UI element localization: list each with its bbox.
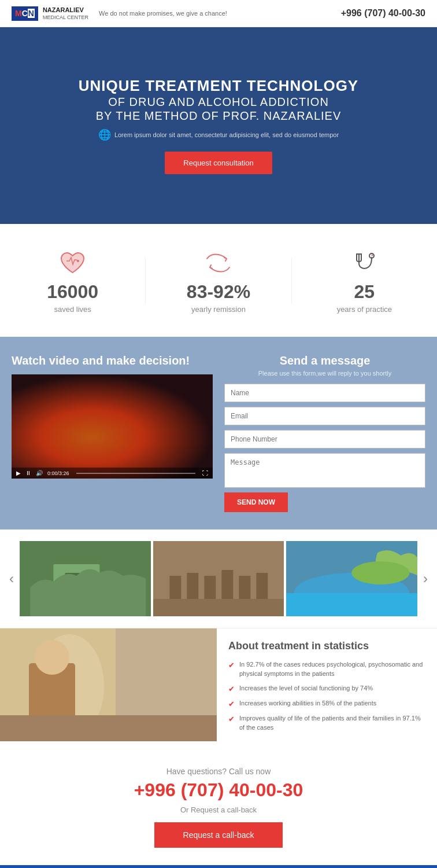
callback-button[interactable]: Request a call-back	[154, 822, 283, 848]
header: MCN NAZARALIEV MEDICAL CENTER We do not …	[0, 0, 437, 27]
svg-point-17	[352, 561, 410, 584]
volume-icon[interactable]: 🔊	[36, 470, 43, 476]
stat-saved-lives: 16000 saved lives	[0, 247, 145, 314]
request-consultation-button[interactable]: Request consultation	[165, 152, 272, 174]
svg-rect-13	[153, 599, 284, 616]
about-stat-text-4: Improves quality of life of the patients…	[239, 714, 425, 732]
about-stat-3: ✔ Increases working abilities in 58% of …	[228, 699, 425, 708]
hero-section: UNIQUE TREATMENT TECHNOLOGY OF DRUG AND …	[0, 27, 437, 224]
about-stat-text-1: In 92.7% of the cases reduces psychologi…	[239, 660, 425, 678]
logo-box: MCN	[12, 6, 38, 21]
stat-practice: 25 years of practice	[292, 247, 437, 314]
hero-title: UNIQUE TREATMENT TECHNOLOGY OF DRUG AND …	[79, 77, 358, 123]
call-prompt: Have questions? Call us now	[12, 767, 425, 776]
header-tagline: We do not make promises, we give a chanc…	[99, 10, 227, 17]
video-side: Watch video and make decision! ▶ ⏸ 🔊 0:0…	[12, 354, 213, 512]
about-stat-text-2: Increases the level of social functionin…	[239, 684, 373, 693]
about-text: About treatment in statistics ✔ In 92.7%…	[217, 628, 437, 749]
arrows-icon	[202, 247, 234, 281]
message-input[interactable]	[224, 453, 425, 488]
heart-icon	[57, 247, 88, 281]
logo-area: MCN NAZARALIEV MEDICAL CENTER We do not …	[12, 6, 227, 21]
stats-section: 16000 saved lives 83-92% yearly remissio…	[0, 224, 437, 337]
check-icon-4: ✔	[228, 715, 235, 723]
video-heading: Watch video and make decision!	[12, 354, 213, 367]
video-controls[interactable]: ▶ ⏸ 🔊 0:00/3:26 ⛶	[12, 468, 213, 479]
email-input[interactable]	[224, 407, 425, 425]
progress-bar[interactable]	[76, 473, 195, 474]
stat-label-practice: years of practice	[337, 305, 392, 314]
phone-input[interactable]	[224, 430, 425, 448]
svg-rect-23	[0, 715, 217, 741]
contact-form: Send a message Please use this form,we w…	[224, 354, 425, 512]
play-icon[interactable]: ▶	[16, 470, 21, 476]
form-heading: Send a message	[224, 354, 425, 367]
video-time: 0:00/3:26	[47, 470, 69, 476]
gallery-image-2[interactable]	[153, 541, 284, 616]
svg-point-2	[371, 255, 373, 256]
about-stat-text-3: Increases working abilities in 58% of th…	[239, 699, 376, 708]
gallery-image-1[interactable]	[20, 541, 151, 616]
header-phone: +996 (707) 40-00-30	[341, 8, 425, 19]
gallery-image-3[interactable]	[286, 541, 417, 616]
logo-name: NAZARALIEV MEDICAL CENTER	[43, 6, 88, 21]
check-icon-3: ✔	[228, 700, 235, 708]
pause-icon[interactable]: ⏸	[25, 470, 31, 476]
stat-remission: 83-92% yearly remission	[146, 247, 291, 314]
gallery-section: ‹	[0, 529, 437, 628]
check-icon-2: ✔	[228, 685, 235, 693]
about-image	[0, 628, 217, 741]
svg-rect-16	[286, 593, 417, 616]
stat-number-practice: 25	[354, 281, 375, 303]
about-stat-2: ✔ Increases the level of social function…	[228, 684, 425, 693]
stat-label-lives: saved lives	[54, 305, 91, 314]
form-subtext: Please use this form,we will reply to yo…	[224, 370, 425, 377]
gallery-next-button[interactable]: ›	[420, 571, 431, 587]
name-input[interactable]	[224, 384, 425, 402]
about-stat-4: ✔ Improves quality of life of the patien…	[228, 714, 425, 732]
stethoscope-icon	[349, 247, 380, 281]
academy-section: Approved by the Russian Academy of the M…	[0, 865, 437, 868]
svg-point-22	[35, 640, 69, 675]
gallery-prev-button[interactable]: ‹	[6, 571, 17, 587]
send-now-button[interactable]: SEND NOW	[224, 492, 288, 512]
hero-description: 🌐 Lorem ipsum dolor sit amet, consectetu…	[79, 128, 358, 141]
hero-content: UNIQUE TREATMENT TECHNOLOGY OF DRUG AND …	[55, 77, 382, 174]
stat-number-lives: 16000	[47, 281, 98, 303]
video-thumbnail	[12, 374, 213, 479]
video-form-section: Watch video and make decision! ▶ ⏸ 🔊 0:0…	[0, 337, 437, 529]
stat-number-remission: 83-92%	[187, 281, 250, 303]
video-player[interactable]: ▶ ⏸ 🔊 0:00/3:26 ⛶	[12, 374, 213, 479]
about-section: About treatment in statistics ✔ In 92.7%…	[0, 628, 437, 749]
about-heading: About treatment in statistics	[228, 640, 425, 652]
about-stat-1: ✔ In 92.7% of the cases reduces psycholo…	[228, 660, 425, 678]
gallery-images	[20, 541, 417, 616]
check-icon-1: ✔	[228, 661, 235, 670]
call-or: Or Request a call-back	[12, 806, 425, 814]
svg-point-0	[77, 260, 79, 262]
stat-label-remission: yearly remission	[191, 305, 246, 314]
fullscreen-icon[interactable]: ⛶	[202, 470, 208, 476]
call-phone: +996 (707) 40-00-30	[12, 779, 425, 801]
call-section: Have questions? Call us now +996 (707) 4…	[0, 749, 437, 865]
